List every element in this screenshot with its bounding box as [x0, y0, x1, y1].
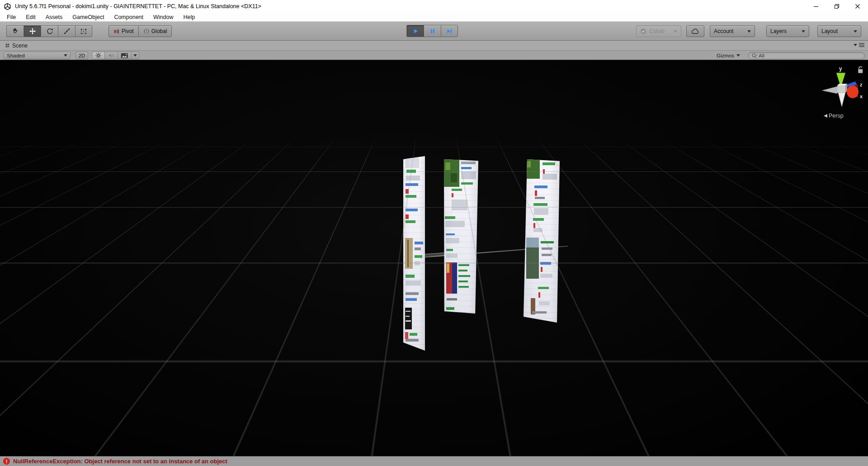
projection-mode-button[interactable]: Persp [824, 113, 844, 119]
panel-content-block [532, 311, 547, 314]
transform-tool-group [6, 25, 92, 37]
panel-content-block [406, 275, 415, 277]
panel-content-block [525, 159, 540, 179]
tab-options-button[interactable] [854, 43, 864, 47]
pivot-toggle-button[interactable]: Pivot [108, 25, 138, 37]
console-status-bar[interactable]: ! NullReferenceException: Object referen… [0, 456, 868, 466]
minimize-button[interactable] [806, 0, 826, 13]
pause-icon [429, 28, 436, 35]
front-axis-cone [838, 93, 845, 107]
scene-viewport[interactable]: y z x Persp [0, 60, 868, 456]
scene-search-input[interactable] [759, 53, 849, 58]
chevron-down-icon [802, 30, 805, 33]
menu-gameobject[interactable]: GameObject [67, 13, 109, 21]
restore-icon [834, 4, 840, 9]
sun-icon [95, 52, 102, 59]
shading-mode-label: Shaded [7, 53, 25, 58]
gizmos-dropdown[interactable]: Gizmos [717, 52, 740, 59]
panel-content-block [461, 171, 476, 179]
collab-label: Collab [649, 28, 665, 34]
unity-logo-icon [4, 3, 11, 10]
menu-help[interactable]: Help [178, 13, 200, 21]
play-button[interactable] [406, 25, 424, 37]
close-button[interactable] [847, 0, 868, 13]
step-button[interactable] [441, 25, 458, 37]
layers-label: Layers [770, 28, 787, 34]
scale-tool-button[interactable] [58, 25, 75, 37]
account-label: Account [714, 28, 733, 34]
panel-content-block [458, 270, 467, 271]
panel-content-block [533, 203, 547, 206]
collab-check-icon [640, 28, 646, 34]
panel-content-block [533, 218, 544, 221]
axis-label-x: x [860, 94, 863, 99]
rotate-tool-button[interactable] [41, 25, 58, 37]
panel-content-block [526, 238, 539, 251]
panel-content-block [535, 190, 537, 196]
step-icon [446, 28, 453, 35]
back-axis-cone [822, 86, 837, 94]
move-tool-icon [29, 28, 36, 35]
panel-content-block [458, 286, 469, 288]
scene-orientation-gizmo[interactable]: y z x [819, 65, 866, 112]
hand-tool-button[interactable] [6, 25, 24, 37]
panel-content-block [451, 173, 457, 182]
forum-panel-middle[interactable] [444, 159, 478, 314]
lock-icon[interactable] [858, 67, 863, 73]
panel-content-block [447, 263, 449, 272]
global-toggle-button[interactable]: Global [138, 25, 172, 37]
menu-bar: FileEditAssetsGameObjectComponentWindowH… [0, 13, 868, 22]
toggle-2d-button[interactable]: 2D [75, 52, 88, 59]
audio-toggle-button[interactable] [104, 52, 118, 59]
rect-tool-icon [80, 28, 87, 35]
scene-toggles-group [92, 52, 139, 59]
chevron-down-icon [854, 30, 857, 33]
panel-content-block [447, 298, 457, 300]
panel-content-block [535, 197, 545, 199]
panel-content-block [452, 262, 457, 293]
panel-content-block [543, 169, 545, 174]
restore-button[interactable] [826, 0, 847, 13]
tab-scene[interactable]: Scene [0, 41, 32, 50]
panel-content-block [406, 316, 410, 317]
main-toolbar: Pivot Global [0, 22, 868, 41]
persp-arrow-icon [824, 114, 827, 118]
pause-button[interactable] [424, 25, 441, 37]
panel-content-block [415, 247, 421, 250]
cloud-services-button[interactable] [686, 25, 704, 37]
forum-panel-left[interactable] [403, 156, 425, 351]
layout-dropdown[interactable]: Layout [817, 25, 861, 37]
menu-assets[interactable]: Assets [41, 13, 68, 21]
panel-content-block [541, 267, 542, 272]
forum-panel-right[interactable] [524, 159, 560, 323]
effects-dropdown-button[interactable] [131, 52, 139, 59]
global-label: Global [151, 28, 167, 34]
chevron-down-icon [64, 54, 67, 57]
panel-content-block [540, 274, 552, 278]
panel-content-block [406, 214, 409, 219]
rect-tool-button[interactable] [75, 25, 92, 37]
move-tool-button[interactable] [24, 25, 41, 37]
chevron-down-icon [854, 44, 857, 46]
panel-content-block [542, 162, 556, 165]
panel-content-block [534, 185, 547, 188]
panel-content-block [406, 209, 418, 211]
menu-window[interactable]: Window [148, 13, 178, 21]
menu-file[interactable]: File [2, 13, 21, 21]
effects-toggle-button[interactable] [118, 52, 131, 59]
window-controls [806, 0, 868, 13]
account-dropdown[interactable]: Account [710, 25, 755, 37]
menu-edit[interactable]: Edit [21, 13, 41, 21]
lighting-toggle-button[interactable] [92, 52, 104, 59]
layers-dropdown[interactable]: Layers [766, 25, 809, 37]
panel-content-block [458, 281, 468, 282]
panel-content-block [540, 262, 551, 264]
shading-mode-dropdown[interactable]: Shaded [4, 52, 71, 59]
scene-search-field[interactable] [748, 52, 865, 59]
chevron-down-icon [133, 54, 137, 57]
minimize-icon [813, 4, 819, 9]
menu-component[interactable]: Component [109, 13, 148, 21]
panel-content-block [406, 292, 419, 295]
collab-button[interactable]: Collab [636, 25, 681, 37]
pivot-icon [113, 28, 120, 34]
